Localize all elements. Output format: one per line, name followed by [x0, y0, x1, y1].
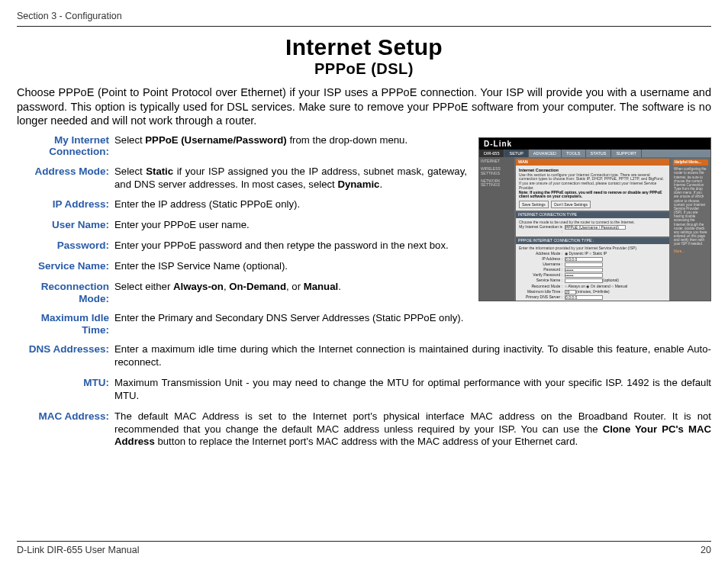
- term: User Name:: [17, 219, 114, 231]
- lbl-recon: Reconnect Mode :: [519, 285, 565, 289]
- lbl-pass: Password :: [519, 268, 565, 272]
- top-rule: [17, 26, 711, 27]
- term: Service Name:: [17, 260, 114, 272]
- lbl-user: Username :: [519, 262, 565, 267]
- lbl-svc: Service Name :: [519, 278, 565, 283]
- my-conn-label: My Internet Connection is :: [519, 225, 565, 234]
- dont-save-button[interactable]: Don't Save Settings: [551, 201, 591, 208]
- sect1-body: Use this section to configure your Inter…: [519, 172, 664, 190]
- router-main-panel: WAN Internet Connection Use this section…: [514, 157, 671, 301]
- row-dns-addresses: DNS Addresses: Enter a maximum idle time…: [17, 343, 711, 369]
- brand-logo: D-Link: [479, 138, 710, 150]
- router-ui-screenshot: D-Link DIR-655 SETUP ADVANCED TOOLS STAT…: [478, 137, 711, 301]
- password-field[interactable]: ••••••: [565, 268, 603, 272]
- lbl-vpass: Verify Password :: [519, 273, 565, 278]
- conn-type-bar: INTERNET CONNECTION TYPE: [516, 212, 669, 218]
- page-title: Internet Setup: [17, 34, 711, 60]
- svc-hint: (optional): [603, 278, 619, 283]
- reconnect-radio[interactable]: ○ Always on ◉ On demand ○ Manual: [565, 285, 627, 289]
- side-wireless[interactable]: WIRELESS SETTINGS: [481, 167, 513, 176]
- desc: The default MAC Address is set to the In…: [114, 410, 711, 449]
- desc: Enter your PPPoE user name.: [114, 219, 467, 232]
- term: MTU:: [17, 377, 114, 389]
- desc: Enter the ISP Service Name (optional).: [114, 260, 467, 273]
- nav-status[interactable]: STATUS: [586, 150, 612, 157]
- term: My Internet Connection:: [17, 134, 114, 158]
- intro-paragraph: Choose PPPoE (Point to Point Protocol ov…: [17, 85, 711, 128]
- help-more-link[interactable]: More...: [673, 248, 708, 255]
- row-mac-address: MAC Address: The default MAC Address is …: [17, 410, 711, 449]
- side-internet[interactable]: INTERNET: [481, 159, 513, 164]
- lbl-address-mode: Address Mode :: [519, 252, 565, 256]
- row-user-name: User Name: Enter your PPPoE user name.: [17, 219, 471, 232]
- lbl-ip: IP Address :: [519, 257, 565, 262]
- help-header: Helpful Hints...: [673, 159, 708, 166]
- section-header: Section 3 - Configuration: [17, 11, 711, 26]
- ip-field[interactable]: 0.0.0.0: [565, 257, 603, 262]
- side-network[interactable]: NETWORK SETTINGS: [481, 179, 513, 188]
- row-mtu: MTU: Maximum Transmission Unit - you may…: [17, 377, 711, 403]
- username-field[interactable]: [565, 262, 603, 267]
- desc: Select PPPoE (Username/Password) from th…: [114, 134, 467, 147]
- desc: Select Static if your ISP assigned you t…: [114, 166, 467, 191]
- row-my-internet-connection: My Internet Connection: Select PPPoE (Us…: [17, 134, 471, 158]
- desc: Enter the Primary and Secondary DNS Serv…: [114, 312, 467, 325]
- term: Reconnection Mode:: [17, 281, 114, 304]
- internet-connection-section: Internet Connection Use this section to …: [516, 166, 669, 211]
- lbl-pdns: Primary DNS Server :: [519, 295, 565, 300]
- router-model: DIR-655: [479, 150, 504, 157]
- term: Maximum Idle Time:: [17, 312, 114, 336]
- row-address-mode: Address Mode: Select Static if your ISP …: [17, 166, 471, 191]
- row-reconnection-mode: Reconnection Mode: Select either Always-…: [17, 281, 471, 304]
- wan-header: WAN: [516, 159, 669, 165]
- term: Password:: [17, 240, 114, 252]
- verify-password-field[interactable]: ••••••: [565, 273, 603, 278]
- row-password: Password: Enter your PPPoE password and …: [17, 240, 471, 253]
- lbl-idle: Maximum Idle Time :: [519, 290, 565, 294]
- nav-setup[interactable]: SETUP: [504, 150, 528, 157]
- help-text: When configuring the router to access th…: [673, 166, 708, 247]
- term: MAC Address:: [17, 410, 114, 423]
- pdns-field[interactable]: 0.0.0.0: [565, 295, 603, 300]
- desc: Enter the IP address (Static PPPoE only)…: [114, 198, 467, 211]
- nav-tools[interactable]: TOOLS: [562, 150, 586, 157]
- nav-support[interactable]: SUPPORT: [611, 150, 642, 157]
- router-side-nav: INTERNET WIRELESS SETTINGS NETWORK SETTI…: [479, 157, 514, 301]
- bar2-text: Enter the information provided by your I…: [519, 246, 637, 250]
- row-service-name: Service Name: Enter the ISP Service Name…: [17, 260, 471, 273]
- footer-left: D-Link DIR-655 User Manual: [17, 545, 139, 555]
- page-footer: D-Link DIR-655 User Manual 20: [17, 541, 711, 555]
- row-ip-address: IP Address: Enter the IP address (Static…: [17, 198, 471, 211]
- idle-hint: (minutes, 0=infinite): [576, 290, 610, 294]
- desc: Enter a maximum idle time during which t…: [114, 343, 711, 369]
- lbl-sdns: Secondary DNS Server :: [519, 301, 565, 301]
- page-subtitle: PPPoE (DSL): [17, 60, 711, 78]
- my-conn-select[interactable]: PPPoE (Username / Password): [565, 225, 626, 230]
- sect1-note: Note: If using the PPPoE option, you wil…: [519, 190, 662, 199]
- term: IP Address:: [17, 198, 114, 211]
- router-nav: DIR-655 SETUP ADVANCED TOOLS STATUS SUPP…: [479, 150, 710, 157]
- nav-advanced[interactable]: ADVANCED: [529, 150, 562, 157]
- address-mode-radio[interactable]: ◉ Dynamic IP ○ Static IP: [565, 252, 607, 256]
- service-name-field[interactable]: [565, 278, 603, 283]
- bar1-text: Choose the mode to be used by the router…: [519, 220, 635, 224]
- page-number: 20: [701, 545, 711, 555]
- term: DNS Addresses:: [17, 343, 114, 355]
- help-panel: Helpful Hints... When configuring the ro…: [671, 157, 710, 301]
- save-settings-button[interactable]: Save Settings: [519, 201, 549, 208]
- sdns-field[interactable]: 0.0.0.0: [565, 301, 603, 301]
- desc: Maximum Transmission Unit - you may need…: [114, 377, 711, 403]
- desc: Enter your PPPoE password and then retyp…: [114, 240, 467, 253]
- term: Address Mode:: [17, 166, 114, 178]
- idle-field[interactable]: 20: [565, 290, 576, 294]
- row-max-idle-time: Maximum Idle Time: Enter the Primary and…: [17, 312, 711, 336]
- desc: Select either Always-on, On-Demand, or M…: [114, 281, 467, 294]
- pppoe-bar: PPPOE INTERNET CONNECTION TYPE :: [516, 238, 669, 244]
